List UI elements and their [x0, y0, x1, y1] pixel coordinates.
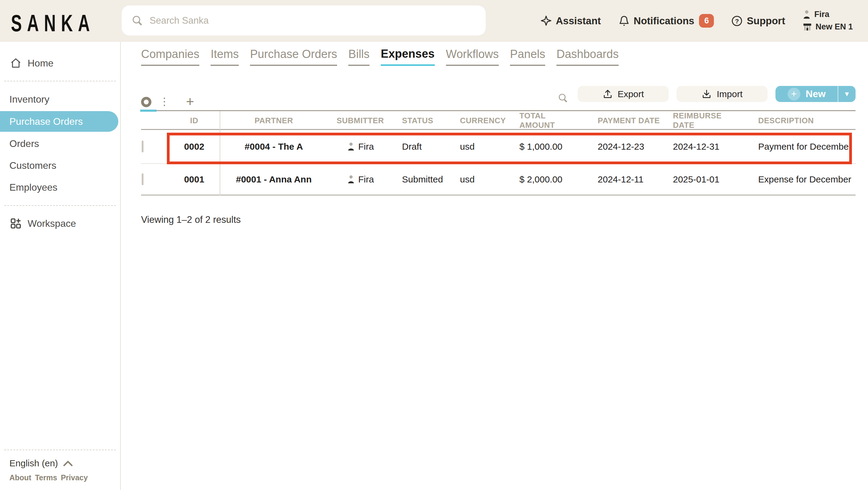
assistant-label: Assistant	[556, 15, 601, 27]
tab-panels[interactable]: Panels	[510, 48, 545, 66]
header-currency: CURRENCY	[458, 116, 516, 125]
sidebar-item-label: Workspace	[28, 218, 76, 229]
export-button[interactable]: Export	[578, 86, 669, 102]
sidebar-item-home[interactable]: Home	[0, 53, 120, 73]
sidebar-item-orders[interactable]: Orders	[0, 134, 120, 154]
cell-partner: #0001 - Anna Ann	[236, 174, 312, 184]
cell-submitter: Fira	[347, 142, 374, 152]
new-button-group: + New ▼	[775, 86, 856, 102]
workspace-grid-icon	[9, 217, 22, 230]
topbar: SANKA Assistant Notificati	[0, 0, 868, 41]
sidebar-item-inventory[interactable]: Inventory	[0, 89, 120, 109]
person-icon	[347, 142, 355, 151]
language-selector[interactable]: English (en)	[0, 458, 120, 468]
add-view-icon[interactable]: +	[186, 96, 194, 107]
table-search-icon[interactable]	[558, 93, 568, 104]
column-divider	[220, 111, 220, 196]
header-reimburse-date: REIMBURSE DATE	[660, 111, 745, 130]
divider	[4, 450, 116, 450]
person-icon	[347, 175, 355, 184]
table-row[interactable]: 0002 #0004 - The A Fira Draft usd $ 1,00…	[141, 130, 856, 164]
cell-status: Submitted	[393, 174, 458, 184]
cell-reimburse-date: 2024-12-31	[660, 142, 745, 152]
app-logo[interactable]: SANKA	[11, 9, 95, 36]
view-controls: ⋮ +	[141, 86, 194, 110]
cell-partner: #0004 - The A	[245, 142, 303, 152]
language-label: English (en)	[9, 458, 58, 468]
cell-id: 0002	[184, 142, 205, 152]
sidebar-item-workspace[interactable]: Workspace	[0, 214, 120, 233]
table-actions: Export Import + New ▼	[558, 86, 856, 110]
header-id: ID	[190, 116, 198, 125]
assistant-button[interactable]: Assistant	[540, 15, 601, 27]
cell-total-amount: $ 2,000.00	[516, 174, 578, 184]
row-checkbox[interactable]	[142, 141, 144, 152]
tab-items[interactable]: Items	[211, 48, 239, 66]
sidebar-item-employees[interactable]: Employees	[0, 177, 120, 197]
divider	[4, 81, 116, 81]
header-total-amount: TOTAL AMOUNT	[516, 111, 578, 130]
new-dropdown-button[interactable]: ▼	[838, 86, 856, 102]
sidebar-item-customers[interactable]: Customers	[0, 155, 120, 175]
user-menu[interactable]: Fira New EN 1	[802, 10, 853, 32]
cell-description: Payment for December	[745, 142, 856, 152]
svg-text:?: ?	[735, 17, 739, 24]
submitter-name: Fira	[358, 142, 374, 152]
view-circle-icon[interactable]	[141, 97, 151, 107]
cell-status: Draft	[393, 142, 458, 152]
sidebar-footer: English (en) About Terms Privacy	[0, 442, 120, 490]
tab-expenses[interactable]: Expenses	[381, 47, 434, 66]
storefront-icon	[802, 22, 812, 32]
user-row: Fira	[802, 10, 853, 20]
import-button[interactable]: Import	[677, 86, 768, 102]
divider	[4, 205, 116, 206]
tab-purchase-orders[interactable]: Purchase Orders	[250, 48, 337, 66]
cell-reimburse-date: 2025-01-01	[660, 174, 745, 184]
cell-payment-date: 2024-12-23	[578, 142, 660, 152]
header-description: DESCRIPTION	[745, 116, 856, 125]
home-icon	[9, 57, 22, 69]
question-circle-icon: ?	[731, 15, 743, 27]
terms-link[interactable]: Terms	[35, 473, 57, 482]
notifications-label: Notifications	[634, 15, 694, 27]
cell-payment-date: 2024-12-11	[578, 174, 660, 184]
main-content: Companies Items Purchase Orders Bills Ex…	[121, 42, 868, 490]
search-input[interactable]	[122, 5, 486, 35]
about-link[interactable]: About	[9, 473, 31, 482]
new-label: New	[806, 88, 826, 99]
cell-currency: usd	[458, 142, 516, 152]
privacy-link[interactable]: Privacy	[61, 473, 88, 482]
plus-icon: +	[787, 88, 800, 100]
notifications-button[interactable]: Notifications 6	[618, 14, 714, 28]
workspace-row: New EN 1	[802, 22, 853, 32]
header-status: STATUS	[393, 116, 458, 125]
table-row[interactable]: 0001 #0001 - Anna Ann Fira Submitted usd…	[141, 164, 856, 196]
sidebar: Home Inventory Purchase Orders Orders Cu…	[0, 42, 121, 490]
tab-workflows[interactable]: Workflows	[446, 48, 499, 66]
submitter-name: Fira	[358, 174, 374, 184]
sidebar-item-purchase-orders[interactable]: Purchase Orders	[0, 111, 118, 132]
header-payment-date: PAYMENT DATE	[578, 116, 660, 125]
support-label: Support	[747, 15, 785, 27]
tab-bills[interactable]: Bills	[348, 48, 370, 66]
support-button[interactable]: ? Support	[731, 15, 785, 27]
row-checkbox[interactable]	[142, 173, 144, 185]
results-count: Viewing 1–2 of 2 results	[141, 214, 856, 225]
tab-companies[interactable]: Companies	[141, 48, 199, 66]
notification-count-badge: 6	[699, 14, 714, 28]
chevron-up-icon	[63, 459, 73, 467]
bell-icon	[618, 15, 630, 27]
export-label: Export	[618, 89, 644, 99]
new-button[interactable]: + New	[775, 86, 838, 102]
table-toolbar: ⋮ + Export	[141, 86, 856, 111]
tab-dashboards[interactable]: Dashboards	[556, 48, 619, 66]
table-header: ID PARTNER SUBMITTER STATUS CURRENCY TOT…	[141, 111, 856, 130]
workspace-name: New EN 1	[815, 22, 853, 32]
cell-submitter: Fira	[347, 174, 374, 184]
upload-icon	[602, 89, 613, 99]
cell-description: Expense for December	[745, 174, 856, 184]
wand-sparkle-icon	[540, 15, 552, 27]
legal-links: About Terms Privacy	[0, 473, 120, 482]
kebab-menu-icon[interactable]: ⋮	[159, 96, 169, 107]
sidebar-item-label: Home	[28, 58, 53, 69]
